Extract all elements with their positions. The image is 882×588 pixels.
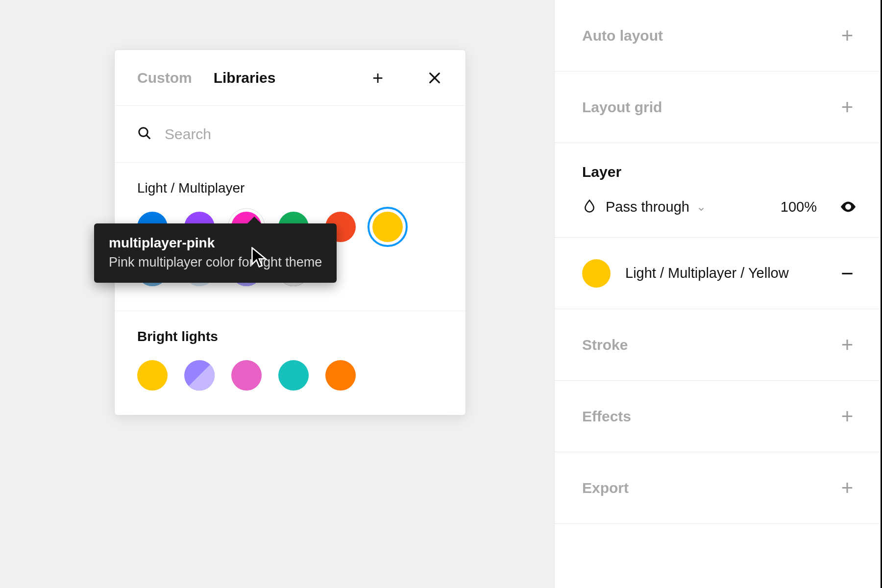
section-layer: Layer Pass through ⌄ 100%	[555, 143, 881, 238]
section-layoutgrid[interactable]: Layout grid +	[555, 72, 881, 143]
swatch-bl-yellow[interactable]	[137, 360, 168, 391]
section-stroke[interactable]: Stroke +	[555, 309, 881, 381]
plus-icon[interactable]: +	[837, 98, 857, 117]
blend-mode-value: Pass through	[606, 199, 689, 215]
swatch-bl-purple[interactable]	[184, 360, 215, 391]
close-icon[interactable]	[423, 67, 446, 89]
group-title: Bright lights	[137, 329, 443, 344]
swatch-bl-teal[interactable]	[278, 360, 309, 391]
fill-style-row[interactable]: Light / Multiplayer / Yellow −	[555, 238, 881, 309]
section-label: Effects	[582, 408, 631, 425]
inspector-panel: Auto layout + Layout grid + Layer Pass t…	[554, 0, 882, 588]
group-title: Light / Multiplayer	[137, 180, 443, 196]
minus-icon[interactable]: −	[837, 264, 857, 283]
section-export[interactable]: Export +	[555, 452, 881, 524]
section-label: Layer	[582, 164, 857, 180]
plus-icon[interactable]: +	[837, 26, 857, 46]
blend-icon	[582, 198, 597, 215]
section-label: Auto layout	[582, 27, 663, 44]
fill-swatch[interactable]	[582, 259, 611, 288]
add-style-button[interactable]: +	[367, 67, 389, 89]
swatch-mp-yellow[interactable]	[372, 212, 403, 242]
swatch-bl-pink[interactable]	[231, 360, 262, 391]
visibility-icon[interactable]	[839, 198, 857, 216]
opacity-value[interactable]: 100%	[781, 199, 817, 215]
section-autolayout[interactable]: Auto layout +	[555, 0, 881, 72]
plus-icon[interactable]: +	[837, 407, 857, 426]
fill-style-name: Light / Multiplayer / Yellow	[625, 265, 789, 281]
search-icon	[137, 126, 152, 143]
palette-tabs: Custom Libraries +	[115, 50, 466, 106]
svg-point-0	[139, 127, 148, 136]
swatch-bl-orange[interactable]	[325, 360, 356, 391]
section-effects[interactable]: Effects +	[555, 381, 881, 452]
tab-libraries[interactable]: Libraries	[214, 70, 276, 86]
tooltip-description: Pink multiplayer color for light theme	[109, 255, 322, 270]
tab-custom[interactable]: Custom	[137, 70, 192, 86]
plus-icon[interactable]: +	[837, 335, 857, 355]
plus-icon[interactable]: +	[837, 478, 857, 498]
color-tooltip: multiplayer-pink Pink multiplayer color …	[94, 223, 337, 283]
chevron-down-icon: ⌄	[696, 200, 706, 214]
section-label: Stroke	[582, 337, 628, 353]
group-bright-lights: Bright lights	[115, 311, 466, 415]
tooltip-title: multiplayer-pink	[109, 235, 322, 251]
blend-mode-dropdown[interactable]: Pass through ⌄	[606, 199, 706, 215]
swatch-row	[137, 360, 443, 391]
search-input[interactable]	[165, 126, 443, 143]
palette-search[interactable]	[115, 106, 466, 163]
section-label: Layout grid	[582, 99, 662, 116]
section-label: Export	[582, 480, 629, 496]
